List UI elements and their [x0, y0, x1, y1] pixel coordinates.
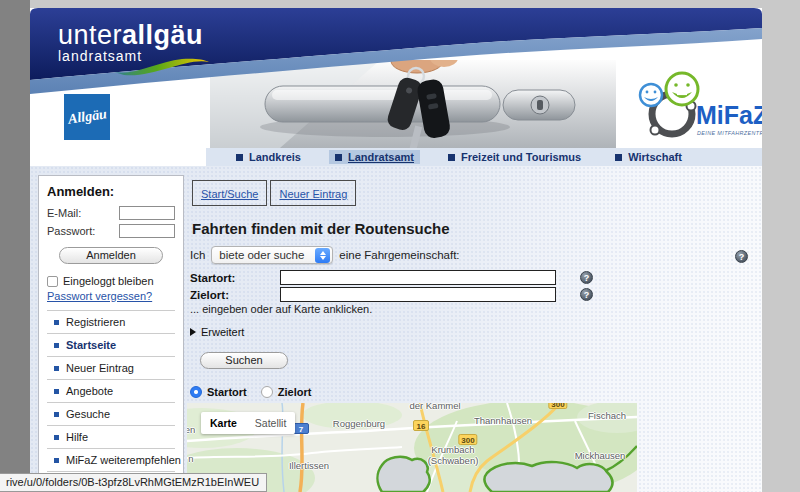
- sidebar-item-label: Registrieren: [66, 316, 125, 328]
- sidebar-item-startseite[interactable]: Startseite: [47, 333, 175, 356]
- map-place-label: Roggenburg: [333, 419, 385, 430]
- sidebar-item-label: Hilfe: [66, 431, 88, 443]
- password-field[interactable]: [119, 224, 175, 238]
- road-badge-route: 300: [458, 434, 477, 445]
- nav-item-label: Wirtschaft: [628, 151, 682, 163]
- nav-item-freizeit-und-tourismus[interactable]: Freizeit und Tourismus: [442, 150, 587, 164]
- triangle-right-icon: [190, 328, 196, 336]
- map-type-satellit[interactable]: Satellit: [246, 412, 296, 434]
- nav-item-wirtschaft[interactable]: Wirtschaft: [609, 150, 688, 164]
- nav-item-label: Freizeit und Tourismus: [461, 151, 581, 163]
- sidebar-item-gesuche[interactable]: Gesuche: [47, 402, 175, 425]
- allgaeu-logo: Allgäu: [64, 94, 110, 140]
- square-bullet-icon: [54, 366, 59, 371]
- select-stepper-icon: [315, 248, 330, 263]
- map-place-label: der Kammel: [409, 403, 460, 412]
- stay-logged-in-label: Eingeloggt bleiben: [63, 275, 154, 287]
- help-icon-top[interactable]: ?: [735, 250, 748, 263]
- banner-photo-car-keys: [210, 60, 616, 148]
- sidebar-item-registrieren[interactable]: Registrieren: [47, 310, 175, 333]
- sidebar-item-label: Angebote: [66, 385, 113, 397]
- nav-item-landratsamt[interactable]: Landratsamt: [329, 150, 420, 164]
- advanced-label: Erweitert: [201, 326, 244, 338]
- ride-mode-select[interactable]: biete oder suche: [211, 246, 333, 264]
- radio-dest-option[interactable]: Zielort: [261, 386, 312, 398]
- radio-dest-label: Zielort: [278, 386, 312, 398]
- sidebar-menu: RegistrierenStartseiteNeuer EintragAngeb…: [47, 310, 175, 492]
- help-icon-dest[interactable]: ?: [580, 288, 593, 301]
- nav-item-landkreis[interactable]: Landkreis: [230, 150, 307, 164]
- forgot-password-link[interactable]: Passwort vergessen?: [47, 290, 175, 302]
- square-bullet-icon: [54, 320, 59, 325]
- stay-logged-in-checkbox[interactable]: [47, 276, 58, 287]
- sidebar-item-label: Neuer Eintrag: [66, 362, 134, 374]
- square-bullet-icon: [335, 154, 342, 161]
- allgaeu-logo-label: Allgäu: [67, 106, 108, 127]
- login-button[interactable]: Anmelden: [59, 247, 163, 264]
- sentence-prefix: Ich: [190, 249, 205, 261]
- radio-unselected-icon: [261, 386, 273, 398]
- square-bullet-icon: [54, 412, 59, 417]
- search-button[interactable]: Suchen: [200, 352, 288, 369]
- browser-page: unterallgäu landratsamt Allgäu: [30, 8, 762, 492]
- radio-start-option[interactable]: Startort: [190, 386, 247, 398]
- page-title: Fahrten finden mit der Routensuche: [192, 220, 450, 237]
- map-place-label: Krumbach (Schwaben): [428, 445, 479, 467]
- dest-label: Zielort:: [190, 289, 280, 301]
- tab-0[interactable]: Start/Suche: [192, 180, 267, 206]
- road-badge-motorway: 7: [293, 423, 309, 434]
- sidebar-item-hilfe[interactable]: Hilfe: [47, 425, 175, 448]
- sidebar-item-label: Startseite: [66, 339, 116, 351]
- road-badge-route: 300: [548, 403, 567, 409]
- radio-start-label: Startort: [207, 386, 247, 398]
- map-place-label: en: [187, 425, 195, 436]
- map-hint: ... eingeben oder auf Karte anklicken.: [190, 303, 372, 315]
- browser-status-bar: rive/u/0/folders/0B-t3pfz8LvRhMGtEMzR1bE…: [0, 473, 267, 492]
- map-mode-radios: Startort Zielort: [190, 386, 311, 398]
- email-label: E-Mail:: [47, 207, 81, 219]
- road-badge-route: 16: [413, 420, 429, 431]
- map-place-label: n: [188, 454, 193, 465]
- logo-swoosh-icon: [112, 54, 212, 78]
- login-title: Anmelden:: [47, 184, 175, 199]
- radio-selected-icon: [190, 386, 202, 398]
- nav-item-label: Landkreis: [249, 151, 301, 163]
- advanced-toggle[interactable]: Erweitert: [190, 326, 244, 338]
- dest-input[interactable]: [280, 287, 556, 302]
- svg-text:MiFaZ: MiFaZ: [696, 101, 762, 129]
- tab-bar: Start/SucheNeuer Eintrag: [192, 180, 356, 206]
- mifaz-logo[interactable]: MiFaZ DEINE MITFAHRZENTRALE: [622, 64, 762, 148]
- svg-text:DEINE MITFAHRZENTRALE: DEINE MITFAHRZENTRALE: [697, 130, 762, 136]
- sidebar-login-panel: Anmelden: E-Mail: Passwort: Anmelden Ein…: [38, 175, 184, 478]
- map-place-label: Fischach: [588, 411, 626, 422]
- map-place-label: Thannhausen: [474, 416, 532, 427]
- square-bullet-icon: [54, 389, 59, 394]
- sidebar-item-mifaz-weiterempfehlen[interactable]: MiFaZ weiterempfehlen: [47, 448, 175, 471]
- map-type-control: KarteSatellit: [201, 412, 295, 434]
- desktop-background-left: [0, 0, 30, 492]
- sentence-suffix: eine Fahrgemeinschaft:: [339, 249, 459, 261]
- password-label: Passwort:: [47, 225, 95, 237]
- start-input[interactable]: [280, 270, 556, 285]
- map-place-label: Mickhausen: [575, 451, 626, 462]
- tab-label: Start/Suche: [201, 188, 258, 200]
- email-field[interactable]: [119, 206, 175, 220]
- dest-row: Zielort: ?: [190, 287, 593, 302]
- start-label: Startort:: [190, 272, 280, 284]
- square-bullet-icon: [54, 458, 59, 463]
- tab-label: Neuer Eintrag: [279, 188, 347, 200]
- square-bullet-icon: [615, 154, 622, 161]
- square-bullet-icon: [448, 154, 455, 161]
- ride-mode-row: Ich biete oder suche eine Fahrgemeinscha…: [190, 246, 460, 264]
- sidebar-item-angebote[interactable]: Angebote: [47, 379, 175, 402]
- map-type-karte[interactable]: Karte: [201, 412, 246, 434]
- square-bullet-icon: [54, 435, 59, 440]
- start-row: Startort: ?: [190, 270, 593, 285]
- square-bullet-icon: [236, 154, 243, 161]
- map-place-label: Illertissen: [289, 461, 329, 472]
- main-nav: LandkreisLandratsamtFreizeit und Tourism…: [206, 148, 762, 166]
- help-icon-start[interactable]: ?: [580, 271, 593, 284]
- tab-1[interactable]: Neuer Eintrag: [270, 180, 356, 206]
- square-bullet-icon: [54, 343, 59, 348]
- sidebar-item-neuer-eintrag[interactable]: Neuer Eintrag: [47, 356, 175, 379]
